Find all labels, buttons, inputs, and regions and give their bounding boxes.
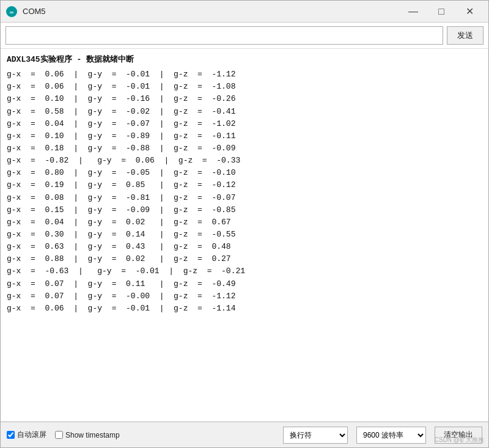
show-timestamp-label: Show timestamp [65, 431, 120, 439]
data-line: g-x = 0.07 | g-y = 0.11 | g-z = -0.49 [7, 278, 482, 290]
data-line: g-x = 0.15 | g-y = -0.09 | g-z = -0.85 [7, 204, 482, 216]
data-line: g-x = 0.88 | g-y = 0.02 | g-z = 0.27 [7, 253, 482, 265]
minimize-button[interactable]: — [399, 1, 427, 23]
show-timestamp-checkbox[interactable] [55, 431, 63, 439]
data-line: g-x = 0.18 | g-y = -0.88 | g-z = -0.09 [7, 142, 482, 155]
close-button[interactable]: ✕ [455, 1, 483, 23]
auto-scroll-checkbox-label[interactable]: 自动滚屏 [7, 430, 46, 440]
app-icon: ∞ [6, 6, 18, 18]
watermark: CSDN @矿大推推 [435, 436, 484, 444]
data-line: g-x = 0.08 | g-y = -0.81 | g-z = -0.07 [7, 192, 482, 204]
window-controls: — □ ✕ [399, 1, 483, 23]
input-bar: 发送 [1, 23, 488, 49]
data-line: g-x = 0.10 | g-y = -0.16 | g-z = -0.26 [7, 93, 482, 105]
data-line: g-x = 0.04 | g-y = -0.07 | g-z = -1.02 [7, 118, 482, 130]
serial-output: ADXL345实验程序 - 数据就绪中断 g-x = 0.06 | g-y = … [1, 49, 488, 422]
window-title: COM5 [23, 7, 399, 16]
auto-scroll-label: 自动滚屏 [17, 430, 46, 440]
data-lines-container: g-x = 0.06 | g-y = -0.01 | g-z = -1.12g-… [7, 68, 482, 315]
data-line: g-x = 0.06 | g-y = -0.01 | g-z = -1.14 [7, 303, 482, 315]
baud-rate-select[interactable]: 9600 波特率115200 波特率 [356, 427, 426, 444]
send-button[interactable]: 发送 [447, 26, 483, 45]
serial-input[interactable] [6, 26, 443, 45]
data-line: g-x = 0.06 | g-y = -0.01 | g-z = -1.08 [7, 81, 482, 93]
window: ∞ COM5 — □ ✕ 发送 ADXL345实验程序 - 数据就绪中断 g-x… [0, 0, 489, 448]
svg-text:∞: ∞ [10, 9, 14, 15]
line-ending-select[interactable]: 换行符没有行结束符换行回车 [283, 427, 348, 444]
data-line: g-x = 0.63 | g-y = 0.43 | g-z = 0.48 [7, 241, 482, 253]
data-line: g-x = 0.06 | g-y = -0.01 | g-z = -1.12 [7, 68, 482, 81]
data-line: g-x = 0.58 | g-y = -0.02 | g-z = -0.41 [7, 106, 482, 118]
show-timestamp-checkbox-label[interactable]: Show timestamp [55, 431, 120, 439]
data-line: g-x = 0.30 | g-y = 0.14 | g-z = -0.55 [7, 229, 482, 241]
data-line: g-x = -0.63 | g-y = -0.01 | g-z = -0.21 [7, 265, 482, 277]
data-line: g-x = 0.80 | g-y = -0.05 | g-z = -0.10 [7, 167, 482, 179]
data-line: g-x = 0.07 | g-y = -0.00 | g-z = -1.12 [7, 290, 482, 303]
auto-scroll-checkbox[interactable] [7, 431, 15, 439]
maximize-button[interactable]: □ [427, 1, 455, 23]
output-header: ADXL345实验程序 - 数据就绪中断 [7, 54, 482, 66]
data-line: g-x = 0.19 | g-y = 0.85 | g-z = -0.12 [7, 179, 482, 191]
titlebar: ∞ COM5 — □ ✕ [1, 1, 488, 23]
bottom-bar: 自动滚屏 Show timestamp 换行符没有行结束符换行回车 9600 波… [1, 422, 488, 447]
data-line: g-x = 0.04 | g-y = 0.02 | g-z = 0.67 [7, 216, 482, 229]
data-line: g-x = -0.82 | g-y = 0.06 | g-z = -0.33 [7, 155, 482, 167]
data-line: g-x = 0.10 | g-y = -0.89 | g-z = -0.11 [7, 130, 482, 142]
